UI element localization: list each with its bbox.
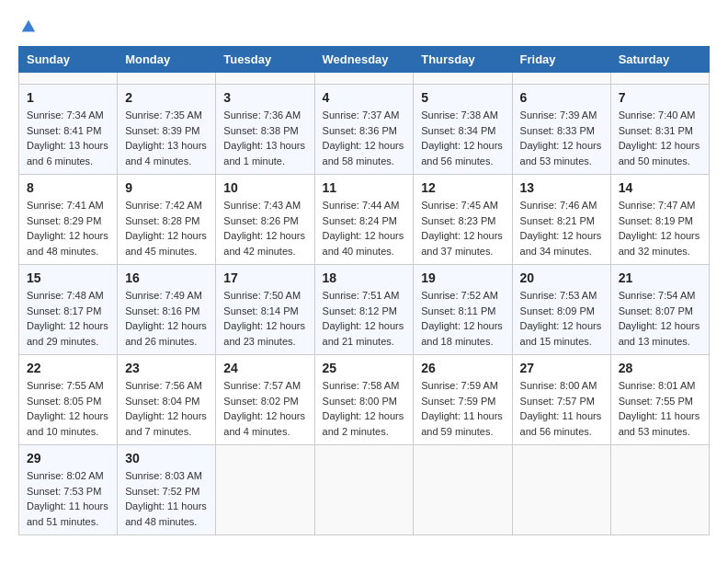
cell-content: Sunrise: 7:44 AM Sunset: 8:24 PM Dayligh… — [323, 198, 406, 259]
cell-content: Sunrise: 7:45 AM Sunset: 8:23 PM Dayligh… — [421, 198, 504, 259]
day-number: 4 — [323, 90, 406, 105]
calendar-cell: 27Sunrise: 8:00 AM Sunset: 7:57 PM Dayli… — [512, 355, 610, 445]
svg-marker-0 — [22, 20, 35, 32]
cell-content: Sunrise: 7:54 AM Sunset: 8:07 PM Dayligh… — [619, 288, 701, 349]
calendar-cell: 24Sunrise: 7:57 AM Sunset: 8:02 PM Dayli… — [216, 355, 314, 445]
calendar-cell: 11Sunrise: 7:44 AM Sunset: 8:24 PM Dayli… — [314, 175, 414, 265]
cell-content: Sunrise: 7:58 AM Sunset: 8:00 PM Dayligh… — [323, 378, 406, 439]
cell-content: Sunrise: 7:57 AM Sunset: 8:02 PM Dayligh… — [223, 378, 306, 439]
calendar-week-2: 8Sunrise: 7:41 AM Sunset: 8:29 PM Daylig… — [19, 175, 710, 265]
day-number: 5 — [421, 90, 504, 105]
logo-icon — [20, 18, 37, 35]
calendar-cell — [610, 73, 709, 85]
day-number: 10 — [223, 180, 306, 195]
day-number: 25 — [323, 361, 406, 375]
day-number: 18 — [323, 270, 406, 285]
calendar-cell — [216, 73, 314, 85]
calendar-cell — [414, 73, 512, 85]
day-number: 28 — [619, 361, 701, 375]
day-number: 13 — [520, 180, 603, 195]
calendar-cell: 21Sunrise: 7:54 AM Sunset: 8:07 PM Dayli… — [610, 265, 709, 355]
calendar-cell: 14Sunrise: 7:47 AM Sunset: 8:19 PM Dayli… — [610, 175, 709, 265]
cell-content: Sunrise: 8:02 AM Sunset: 7:53 PM Dayligh… — [27, 468, 109, 529]
calendar-cell: 4Sunrise: 7:37 AM Sunset: 8:36 PM Daylig… — [314, 85, 414, 175]
column-header-friday: Friday — [512, 47, 610, 73]
day-number: 23 — [125, 361, 208, 375]
day-number: 2 — [125, 90, 208, 105]
calendar-week-5: 29Sunrise: 8:02 AM Sunset: 7:53 PM Dayli… — [19, 445, 710, 535]
calendar-cell: 9Sunrise: 7:42 AM Sunset: 8:28 PM Daylig… — [118, 175, 216, 265]
calendar-cell: 5Sunrise: 7:38 AM Sunset: 8:34 PM Daylig… — [414, 85, 512, 175]
calendar-cell: 22Sunrise: 7:55 AM Sunset: 8:05 PM Dayli… — [19, 355, 118, 445]
day-number: 3 — [223, 90, 306, 105]
cell-content: Sunrise: 7:36 AM Sunset: 8:38 PM Dayligh… — [223, 108, 306, 168]
calendar-cell: 2Sunrise: 7:35 AM Sunset: 8:39 PM Daylig… — [118, 85, 216, 175]
calendar-cell: 12Sunrise: 7:45 AM Sunset: 8:23 PM Dayli… — [414, 175, 512, 265]
cell-content: Sunrise: 7:48 AM Sunset: 8:17 PM Dayligh… — [27, 288, 109, 349]
calendar-cell: 13Sunrise: 7:46 AM Sunset: 8:21 PM Dayli… — [512, 175, 610, 265]
cell-content: Sunrise: 7:34 AM Sunset: 8:41 PM Dayligh… — [27, 108, 109, 168]
calendar-cell — [610, 445, 709, 535]
column-header-saturday: Saturday — [610, 47, 709, 73]
day-number: 19 — [421, 270, 504, 285]
day-number: 20 — [520, 270, 603, 285]
cell-content: Sunrise: 7:35 AM Sunset: 8:39 PM Dayligh… — [125, 108, 208, 168]
calendar-cell — [512, 445, 610, 535]
cell-content: Sunrise: 7:42 AM Sunset: 8:28 PM Dayligh… — [125, 198, 208, 259]
cell-content: Sunrise: 7:41 AM Sunset: 8:29 PM Dayligh… — [27, 198, 109, 259]
column-header-wednesday: Wednesday — [314, 47, 414, 73]
cell-content: Sunrise: 7:52 AM Sunset: 8:11 PM Dayligh… — [421, 288, 504, 349]
column-header-sunday: Sunday — [19, 47, 118, 73]
calendar-week-3: 15Sunrise: 7:48 AM Sunset: 8:17 PM Dayli… — [19, 265, 710, 355]
cell-content: Sunrise: 7:47 AM Sunset: 8:19 PM Dayligh… — [619, 198, 701, 259]
day-number: 21 — [619, 270, 701, 285]
day-number: 30 — [125, 451, 208, 465]
calendar-cell: 10Sunrise: 7:43 AM Sunset: 8:26 PM Dayli… — [216, 175, 314, 265]
calendar-cell: 19Sunrise: 7:52 AM Sunset: 8:11 PM Dayli… — [414, 265, 512, 355]
cell-content: Sunrise: 7:53 AM Sunset: 8:09 PM Dayligh… — [520, 288, 603, 349]
day-number: 1 — [27, 90, 109, 105]
calendar-cell: 6Sunrise: 7:39 AM Sunset: 8:33 PM Daylig… — [512, 85, 610, 175]
day-number: 6 — [520, 90, 603, 105]
day-number: 26 — [421, 361, 504, 375]
calendar-cell — [314, 445, 414, 535]
calendar-week-1: 1Sunrise: 7:34 AM Sunset: 8:41 PM Daylig… — [19, 85, 710, 175]
calendar-cell: 18Sunrise: 7:51 AM Sunset: 8:12 PM Dayli… — [314, 265, 414, 355]
day-number: 24 — [223, 361, 306, 375]
calendar-cell: 23Sunrise: 7:56 AM Sunset: 8:04 PM Dayli… — [118, 355, 216, 445]
cell-content: Sunrise: 8:01 AM Sunset: 7:55 PM Dayligh… — [619, 378, 701, 439]
calendar-cell — [414, 445, 512, 535]
calendar-cell: 25Sunrise: 7:58 AM Sunset: 8:00 PM Dayli… — [314, 355, 414, 445]
day-number: 14 — [619, 180, 701, 195]
calendar-cell: 26Sunrise: 7:59 AM Sunset: 7:59 PM Dayli… — [414, 355, 512, 445]
calendar-cell: 16Sunrise: 7:49 AM Sunset: 8:16 PM Dayli… — [118, 265, 216, 355]
day-number: 8 — [27, 180, 109, 195]
cell-content: Sunrise: 7:55 AM Sunset: 8:05 PM Dayligh… — [27, 378, 109, 439]
day-number: 16 — [125, 270, 208, 285]
column-header-tuesday: Tuesday — [216, 47, 314, 73]
calendar-header-row: SundayMondayTuesdayWednesdayThursdayFrid… — [19, 47, 710, 73]
column-header-thursday: Thursday — [414, 47, 512, 73]
day-number: 29 — [27, 451, 109, 465]
cell-content: Sunrise: 7:49 AM Sunset: 8:16 PM Dayligh… — [125, 288, 208, 349]
calendar-cell: 3Sunrise: 7:36 AM Sunset: 8:38 PM Daylig… — [216, 85, 314, 175]
calendar-cell: 17Sunrise: 7:50 AM Sunset: 8:14 PM Dayli… — [216, 265, 314, 355]
calendar-cell: 29Sunrise: 8:02 AM Sunset: 7:53 PM Dayli… — [19, 445, 118, 535]
day-number: 11 — [323, 180, 406, 195]
cell-content: Sunrise: 7:56 AM Sunset: 8:04 PM Dayligh… — [125, 378, 208, 439]
calendar-week-4: 22Sunrise: 7:55 AM Sunset: 8:05 PM Dayli… — [19, 355, 710, 445]
cell-content: Sunrise: 7:40 AM Sunset: 8:31 PM Dayligh… — [619, 108, 701, 168]
calendar-table: SundayMondayTuesdayWednesdayThursdayFrid… — [18, 46, 710, 535]
calendar-cell — [19, 73, 118, 85]
cell-content: Sunrise: 7:43 AM Sunset: 8:26 PM Dayligh… — [223, 198, 306, 259]
calendar-cell — [216, 445, 314, 535]
cell-content: Sunrise: 8:00 AM Sunset: 7:57 PM Dayligh… — [520, 378, 603, 439]
calendar-cell: 8Sunrise: 7:41 AM Sunset: 8:29 PM Daylig… — [19, 175, 118, 265]
day-number: 7 — [619, 90, 701, 105]
day-number: 12 — [421, 180, 504, 195]
logo — [18, 18, 37, 31]
day-number: 9 — [125, 180, 208, 195]
calendar-cell — [314, 73, 414, 85]
cell-content: Sunrise: 7:51 AM Sunset: 8:12 PM Dayligh… — [323, 288, 406, 349]
day-number: 17 — [223, 270, 306, 285]
